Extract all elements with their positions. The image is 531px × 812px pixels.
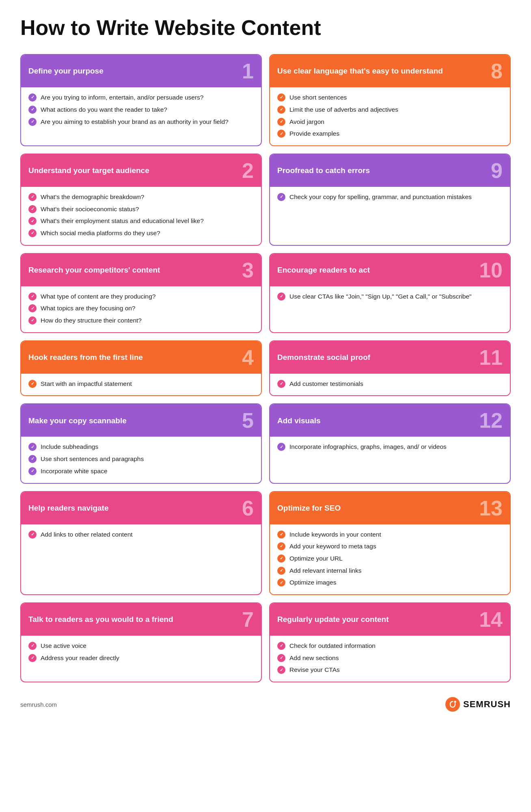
check-icon: ✓ xyxy=(277,380,285,388)
list-item-text: Add your keyword to meta tags xyxy=(289,542,376,551)
card-12-title: Add visuals xyxy=(277,416,475,426)
list-item: ✓Add links to other related content xyxy=(28,530,254,539)
footer: semrush.com SEMRUSH xyxy=(20,697,511,712)
card-3-title: Research your competitors' content xyxy=(28,265,238,275)
card-14-body: ✓Check for outdated information✓Add new … xyxy=(270,636,510,682)
card-2-number: 2 xyxy=(242,160,254,181)
card-5-header: Make your copy scannable5 xyxy=(21,404,261,437)
check-icon: ✓ xyxy=(277,578,285,587)
semrush-logo: SEMRUSH xyxy=(445,697,511,712)
check-icon: ✓ xyxy=(28,642,37,650)
card-14-header: Regularly update your content14 xyxy=(270,603,510,636)
card-6-header: Help readers navigate6 xyxy=(21,492,261,524)
card-14-number: 14 xyxy=(479,609,503,630)
card-2-header: Understand your target audience2 xyxy=(21,154,261,187)
list-item: ✓Use short sentences xyxy=(277,93,503,102)
list-item-text: Check for outdated information xyxy=(289,641,376,650)
list-item-text: What's their socioeconomic status? xyxy=(41,205,139,214)
list-item-text: Provide examples xyxy=(289,129,339,138)
check-icon: ✓ xyxy=(28,118,37,126)
card-8-number: 8 xyxy=(491,61,503,82)
card-3: Research your competitors' content3✓What… xyxy=(20,253,262,333)
check-icon: ✓ xyxy=(28,217,37,225)
list-item-text: What actions do you want the reader to t… xyxy=(41,105,167,114)
check-icon: ✓ xyxy=(277,292,285,301)
check-icon: ✓ xyxy=(277,106,285,114)
list-item-text: What topics are they focusing on? xyxy=(41,304,136,313)
list-item-text: Limit the use of adverbs and adjectives xyxy=(289,105,398,114)
check-icon: ✓ xyxy=(277,554,285,563)
card-7-title: Talk to readers as you would to a friend xyxy=(28,615,238,624)
card-1-header: Define your purpose1 xyxy=(21,55,261,87)
list-item-text: Use short sentences and paragraphs xyxy=(41,455,144,463)
page-title: How to Write Website Content xyxy=(20,16,511,39)
check-icon: ✓ xyxy=(277,531,285,539)
cards-grid: Define your purpose1✓Are you trying to i… xyxy=(20,54,511,682)
list-item-text: Add customer testimonials xyxy=(289,379,363,388)
list-item: ✓Include subheadings xyxy=(28,442,254,451)
card-4-body: ✓Start with an impactful statement xyxy=(21,374,261,396)
list-item: ✓Avoid jargon xyxy=(277,117,503,126)
card-6-number: 6 xyxy=(242,498,254,519)
card-9-number: 9 xyxy=(491,160,503,181)
list-item: ✓How do they structure their content? xyxy=(28,316,254,325)
check-icon: ✓ xyxy=(277,118,285,126)
check-icon: ✓ xyxy=(277,443,285,451)
list-item-text: What's the demographic breakdown? xyxy=(41,193,144,201)
check-icon: ✓ xyxy=(28,316,37,325)
list-item: ✓Incorporate infographics, graphs, image… xyxy=(277,442,503,451)
card-3-number: 3 xyxy=(242,260,254,281)
check-icon: ✓ xyxy=(28,654,37,662)
list-item: ✓Optimize your URL xyxy=(277,554,503,563)
list-item: ✓Include keywords in your content xyxy=(277,530,503,539)
list-item-text: Add links to other related content xyxy=(41,530,133,539)
card-1-body: ✓Are you trying to inform, entertain, an… xyxy=(21,87,261,133)
card-11-title: Demonstrate social proof xyxy=(277,353,475,362)
list-item-text: Use active voice xyxy=(41,641,86,650)
check-icon: ✓ xyxy=(28,467,37,475)
semrush-brand-text: SEMRUSH xyxy=(463,699,511,710)
list-item: ✓Add new sections xyxy=(277,654,503,663)
list-item: ✓What topics are they focusing on? xyxy=(28,304,254,313)
check-icon: ✓ xyxy=(277,93,285,102)
card-9-header: Proofread to catch errors9 xyxy=(270,154,510,187)
list-item-text: Avoid jargon xyxy=(289,117,324,126)
list-item-text: Are you trying to inform, entertain, and… xyxy=(41,93,204,102)
card-10-number: 10 xyxy=(479,260,503,281)
check-icon: ✓ xyxy=(28,380,37,388)
card-14: Regularly update your content14✓Check fo… xyxy=(269,602,511,682)
card-8-header: Use clear language that's easy to unders… xyxy=(270,55,510,87)
card-9-title: Proofread to catch errors xyxy=(277,166,487,175)
check-icon: ✓ xyxy=(28,292,37,301)
card-6: Help readers navigate6✓Add links to othe… xyxy=(20,491,262,595)
check-icon: ✓ xyxy=(277,666,285,674)
card-11-number: 11 xyxy=(479,347,503,368)
check-icon: ✓ xyxy=(28,193,37,201)
list-item-text: Add relevant internal links xyxy=(289,566,362,575)
card-10-title: Encourage readers to act xyxy=(277,265,475,275)
card-5: Make your copy scannable5✓Include subhea… xyxy=(20,403,262,483)
list-item-text: Which social media platforms do they use… xyxy=(41,229,160,238)
card-5-body: ✓Include subheadings✓Use short sentences… xyxy=(21,437,261,483)
card-11-header: Demonstrate social proof11 xyxy=(270,341,510,374)
card-3-body: ✓What type of content are they producing… xyxy=(21,286,261,332)
list-item-text: Add new sections xyxy=(289,654,339,663)
check-icon: ✓ xyxy=(277,642,285,650)
list-item: ✓Address your reader directly xyxy=(28,654,254,663)
list-item: ✓Provide examples xyxy=(277,129,503,138)
card-3-header: Research your competitors' content3 xyxy=(21,254,261,286)
card-4-number: 4 xyxy=(242,347,254,368)
list-item: ✓Revise your CTAs xyxy=(277,665,503,674)
card-7-number: 7 xyxy=(242,609,254,630)
list-item-text: Use clear CTAs like "Join," "Sign Up," "… xyxy=(289,292,472,301)
semrush-logo-icon xyxy=(445,697,460,712)
list-item-text: Address your reader directly xyxy=(41,654,119,663)
list-item-text: Include keywords in your content xyxy=(289,530,381,539)
list-item: ✓Check your copy for spelling, grammar, … xyxy=(277,193,503,201)
card-7-body: ✓Use active voice✓Address your reader di… xyxy=(21,636,261,669)
list-item: ✓What's their socioeconomic status? xyxy=(28,205,254,214)
card-7-header: Talk to readers as you would to a friend… xyxy=(21,603,261,636)
card-1-number: 1 xyxy=(242,61,254,82)
card-9-body: ✓Check your copy for spelling, grammar, … xyxy=(270,187,510,209)
check-icon: ✓ xyxy=(28,455,37,463)
